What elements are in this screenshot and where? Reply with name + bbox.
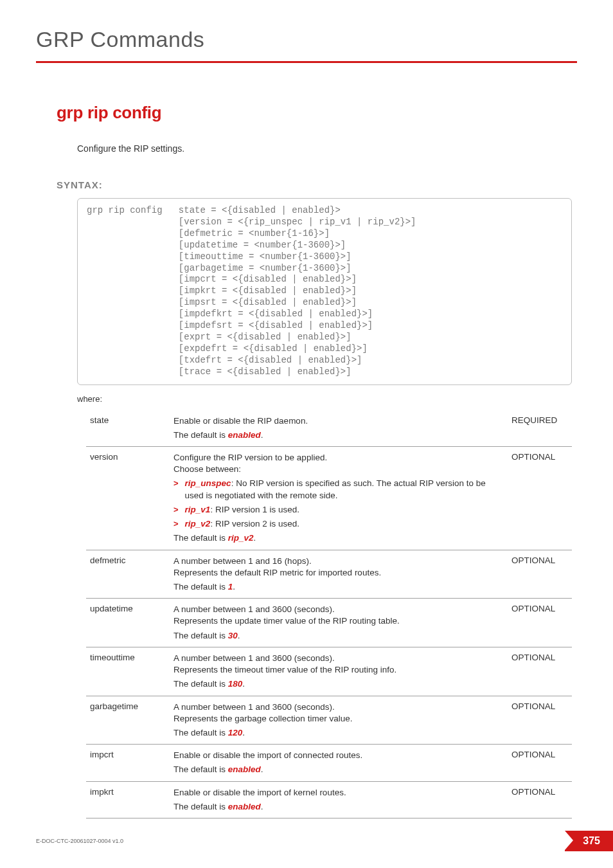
bullet-text: rip_v1: RIP version 1 is used. xyxy=(185,504,504,516)
param-row: versionConfigure the RIP version to be a… xyxy=(86,447,572,550)
default-line: The default is 120. xyxy=(173,727,504,739)
param-name: state xyxy=(86,410,170,447)
footer: E-DOC-CTC-20061027-0004 v1.0 375 xyxy=(36,831,613,851)
param-row: stateEnable or disable the RIP daemon.Th… xyxy=(86,410,572,447)
footer-docid: E-DOC-CTC-20061027-0004 v1.0 xyxy=(36,838,123,844)
param-requirement: REQUIRED xyxy=(508,410,572,447)
param-requirement: OPTIONAL xyxy=(508,550,572,599)
param-desc: Enable or disable the RIP daemon.The def… xyxy=(170,410,508,447)
param-requirement: OPTIONAL xyxy=(508,745,572,781)
param-desc: Enable or disable the import of kernel r… xyxy=(170,781,508,818)
bullet-term: rip_unspec xyxy=(185,478,231,488)
param-row: garbagetimeA number between 1 and 3600 (… xyxy=(86,696,572,745)
default-value: enabled xyxy=(228,802,261,811)
default-value: rip_v2 xyxy=(228,533,254,543)
default-value: 30 xyxy=(228,631,238,640)
chapter-title: GRP Commands xyxy=(36,27,577,52)
default-line: The default is 180. xyxy=(173,678,504,690)
param-desc: A number between 1 and 3600 (seconds).Re… xyxy=(170,696,508,745)
syntax-label: SYNTAX: xyxy=(57,179,577,190)
param-requirement: OPTIONAL xyxy=(508,447,572,550)
default-line: The default is enabled. xyxy=(173,764,504,775)
syntax-box: grp rip config state = <{disabled | enab… xyxy=(77,198,572,385)
param-name: impkrt xyxy=(86,781,170,818)
param-row: defmetricA number between 1 and 16 (hops… xyxy=(86,550,572,599)
page-number: 375 xyxy=(565,831,613,851)
param-name: defmetric xyxy=(86,550,170,599)
chevron-icon: > xyxy=(173,518,179,530)
param-row: impkrtEnable or disable the import of ke… xyxy=(86,781,572,818)
default-value: enabled xyxy=(228,764,261,774)
param-desc: Enable or disable the import of connecte… xyxy=(170,745,508,781)
param-name: garbagetime xyxy=(86,696,170,745)
params-table: stateEnable or disable the RIP daemon.Th… xyxy=(86,410,572,818)
intro-text: Configure the RIP settings. xyxy=(77,143,577,154)
bullet-row: >rip_v1: RIP version 1 is used. xyxy=(173,504,504,516)
bullet-term: rip_v2 xyxy=(185,519,211,529)
bullet-text: rip_v2: RIP version 2 is used. xyxy=(185,518,504,530)
bullet-row: >rip_unspec: No RIP version is specified… xyxy=(173,478,504,501)
default-value: 180 xyxy=(228,679,243,689)
param-requirement: OPTIONAL xyxy=(508,781,572,818)
default-value: 120 xyxy=(228,728,243,737)
param-name: updatetime xyxy=(86,599,170,647)
param-name: timeouttime xyxy=(86,647,170,696)
param-desc: Configure the RIP version to be applied.… xyxy=(170,447,508,550)
syntax-args: state = <{disabled | enabled}> [version … xyxy=(87,205,416,377)
default-line: The default is rip_v2. xyxy=(173,532,504,544)
param-requirement: OPTIONAL xyxy=(508,647,572,696)
param-requirement: OPTIONAL xyxy=(508,696,572,745)
param-requirement: OPTIONAL xyxy=(508,599,572,647)
chevron-icon: > xyxy=(173,504,179,516)
default-line: The default is 1. xyxy=(173,581,504,593)
default-line: The default is enabled. xyxy=(173,429,504,441)
red-underline xyxy=(36,61,577,63)
bullet-row: >rip_v2: RIP version 2 is used. xyxy=(173,518,504,530)
where-label: where: xyxy=(77,394,577,404)
param-row: timeouttimeA number between 1 and 3600 (… xyxy=(86,647,572,696)
bullet-term: rip_v1 xyxy=(185,505,211,514)
section-title: grp rip config xyxy=(57,103,577,123)
param-row: impcrtEnable or disable the import of co… xyxy=(86,745,572,781)
param-row: updatetimeA number between 1 and 3600 (s… xyxy=(86,599,572,647)
syntax-cmd: grp rip config xyxy=(87,205,163,215)
default-line: The default is 30. xyxy=(173,630,504,642)
bullet-text: rip_unspec: No RIP version is specified … xyxy=(185,478,504,501)
chevron-icon: > xyxy=(173,478,179,489)
param-desc: A number between 1 and 16 (hops).Represe… xyxy=(170,550,508,599)
param-desc: A number between 1 and 3600 (seconds).Re… xyxy=(170,599,508,647)
default-value: enabled xyxy=(228,430,261,440)
param-desc: A number between 1 and 3600 (seconds).Re… xyxy=(170,647,508,696)
param-name: impcrt xyxy=(86,745,170,781)
param-name: version xyxy=(86,447,170,550)
default-line: The default is enabled. xyxy=(173,801,504,813)
default-value: 1 xyxy=(228,582,233,592)
